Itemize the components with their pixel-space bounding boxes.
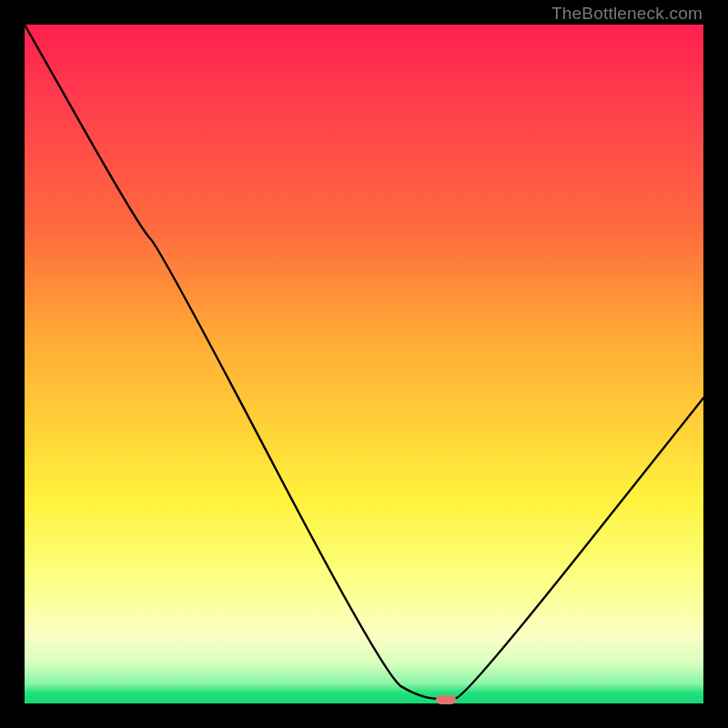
watermark-label: TheBottleneck.com: [551, 4, 703, 24]
bottleneck-curve: [25, 25, 703, 703]
chart-frame: TheBottleneck.com: [0, 0, 728, 728]
plot-area: [25, 25, 703, 703]
optimal-marker: [436, 695, 456, 704]
